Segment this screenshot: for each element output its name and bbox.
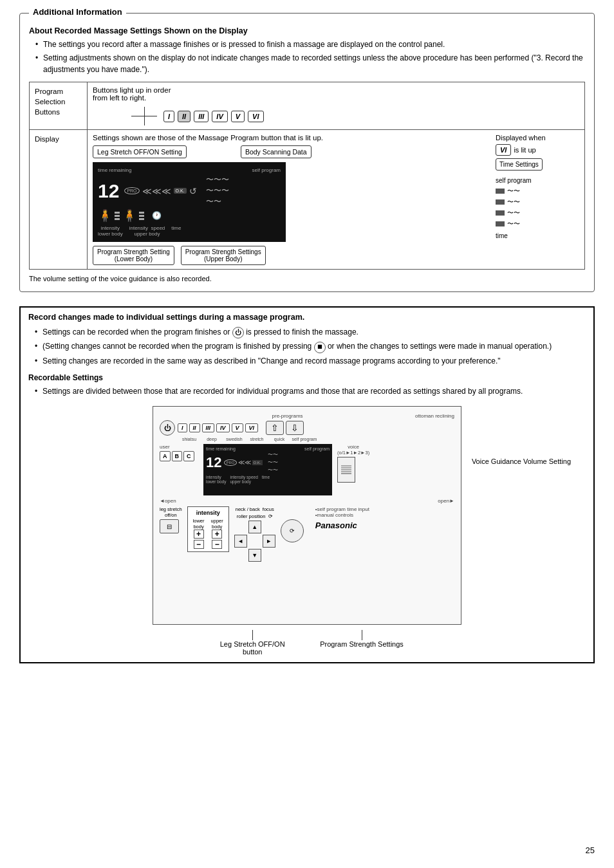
display-description: Settings shown are those of the Massage … [93, 134, 489, 142]
additional-info-bullets: The settings you record after a massage … [35, 39, 585, 75]
cp-upper-minus[interactable]: − [212, 540, 222, 549]
is-lit-up-text: is lit up [514, 146, 535, 154]
voice-bar-1 [341, 465, 351, 466]
cp-pro-badge: PRO [224, 459, 236, 466]
cp-btn-1[interactable]: I [178, 423, 187, 432]
cp-dir-up[interactable]: ▲ [248, 521, 261, 533]
additional-info-section: Additional Information About Recorded Ma… [19, 13, 595, 292]
display-bottom-labels-row: intensitylower body intensity speedupper… [98, 225, 281, 237]
arrow-line-bottom [144, 116, 145, 125]
record-changes-title: Record changes made to individual settin… [28, 313, 586, 322]
mini-icon-2 [496, 199, 505, 205]
time-right-label: time [496, 232, 579, 239]
mode-shiatsu: shiatsu [179, 437, 200, 441]
cp-on-off-button[interactable]: ⏻ [160, 420, 175, 436]
prog-btn-2[interactable]: II [178, 111, 191, 122]
cp-dir-down[interactable]: ▼ [248, 549, 261, 562]
cp-panasonic-logo: Panasonic [315, 521, 369, 530]
rc-bullet-3: Setting changes are recorded in the same… [35, 356, 586, 367]
leg-stretch-label: Leg Stretch OFF/ON Setting [93, 145, 187, 158]
cp-btn-2[interactable]: II [189, 423, 200, 432]
prog-btn-5[interactable]: V [231, 111, 245, 122]
mini-wave-1: 〜〜 [507, 187, 520, 196]
cp-btn-3[interactable]: III [202, 423, 215, 432]
cp-voice-label: voice(o/1►1►2►3) [337, 444, 369, 456]
prog-btn-4[interactable]: IV [212, 111, 227, 122]
cp-upper-plus[interactable]: + [212, 530, 222, 539]
ottoman-btn-up[interactable]: ⇧ [266, 421, 284, 435]
arrow-indicator [131, 107, 157, 125]
cp-open-right: open► [438, 498, 454, 504]
record-changes-section: Record changes made to individual settin… [19, 306, 595, 663]
program-buttons-row: I II III IV V VI [131, 107, 579, 125]
rc-bullet-1: Settings can be recorded when the progra… [35, 327, 586, 338]
cp-intensity-title: intensity [193, 510, 223, 516]
cp-lower-minus[interactable]: − [194, 540, 204, 549]
mode-deep: deep [201, 437, 222, 441]
intensity-bar-2 [115, 215, 120, 217]
cp-btn-4[interactable]: IV [216, 423, 230, 432]
recordable-bullet-1: Settings are divided between those that … [35, 386, 586, 397]
intensity-bars [115, 212, 120, 220]
intensity-lower-label: intensitylower body [98, 225, 123, 237]
prog-btn-1[interactable]: I [163, 111, 174, 122]
cp-lower-plus[interactable]: + [194, 530, 204, 539]
cp-leg-stretch-btn[interactable]: ⊟ [160, 519, 179, 533]
time-icon: 🕐 [152, 211, 162, 220]
cp-user-btn-a[interactable]: A [160, 451, 171, 461]
cp-btn-6[interactable]: VI [245, 423, 259, 432]
cp-user-btn-row: A B C [160, 451, 198, 461]
cp-user-label: user [160, 444, 198, 450]
prog-btn-6[interactable]: VI [248, 111, 263, 122]
mini-icon-1 [496, 189, 505, 194]
mode-quick: quick [269, 437, 290, 441]
record-changes-bullets: Settings can be recorded when the progra… [35, 327, 586, 367]
cp-voice-slider[interactable] [337, 457, 355, 483]
stop-icon-inline: ⏹ [314, 342, 326, 353]
time-remaining-label: time remaining [98, 167, 131, 173]
cp-massage-icon: ≪≪ [238, 459, 251, 466]
cp-btn-5[interactable]: V [232, 423, 243, 432]
cp-user-btn-c[interactable]: C [183, 451, 194, 461]
prog-btn-3[interactable]: III [194, 111, 209, 122]
cp-preprograms-label: pre-programs [272, 413, 303, 419]
body-scan-label: Body Scanning Data [241, 145, 312, 158]
display-middle: 12 PRO ≪≪≪ O.K. ↺ 〜〜〜〜〜〜〜〜 [98, 174, 281, 207]
cp-display-num: 12 [206, 454, 221, 471]
cp-wave-2: 〜〜 [268, 459, 278, 466]
cp-self-program: self program [304, 447, 330, 451]
cp-prog-btns: I II III IV V VI [178, 423, 258, 432]
cp-intensity-upper: intensity speedupper body [230, 475, 257, 484]
cp-dir-left[interactable]: ◄ [234, 535, 247, 548]
voice-bar-2 [341, 467, 351, 468]
displayed-when-text: Displayed when [496, 134, 579, 142]
cp-user-btn-b[interactable]: B [172, 451, 183, 461]
mode-self-program: self program [292, 437, 317, 441]
display-label: Display [30, 130, 88, 270]
cp-dir-right[interactable]: ► [263, 535, 275, 548]
intensity-bar-6 [139, 218, 144, 220]
vi-button[interactable]: VI [496, 144, 511, 156]
mini-icon-4 [496, 221, 505, 226]
program-selection-label: ProgramSelectionButtons [30, 82, 88, 130]
intensity-bar-4 [139, 212, 144, 214]
buttons-light-text: Buttons light up in orderfrom left to ri… [93, 86, 579, 102]
ottoman-btn-down[interactable]: ⇩ [286, 421, 304, 435]
cp-wave-1: 〜〜 [268, 451, 278, 458]
cp-right-notes: •self program time input•manual controls… [315, 506, 369, 530]
cp-display-top: time remaining self program [206, 447, 330, 451]
intensity-bars-2 [139, 212, 144, 220]
power-icon-inline: ⏻ [232, 327, 244, 338]
intensity-bar-5 [139, 215, 144, 217]
cp-time-label-display: time [262, 475, 270, 484]
cp-display-bottom: intensitylower body intensity speedupper… [206, 475, 330, 484]
mini-wave-3: 〜〜 [507, 208, 520, 217]
cp-lower-label: lowerbody [193, 518, 205, 530]
cp-focus-btn[interactable]: ⟳ [281, 519, 304, 542]
cp-display-icons-row: PRO ≪≪ O.K. [224, 459, 262, 466]
label-line-1 [252, 630, 253, 640]
body-figure-icon: 🧍 [98, 208, 112, 223]
mini-wave-4: 〜〜 [507, 219, 520, 228]
main-display-box: time remaining self program 12 PRO ≪≪≪ O… [93, 162, 286, 242]
display-top-labels: time remaining self program [98, 167, 281, 173]
